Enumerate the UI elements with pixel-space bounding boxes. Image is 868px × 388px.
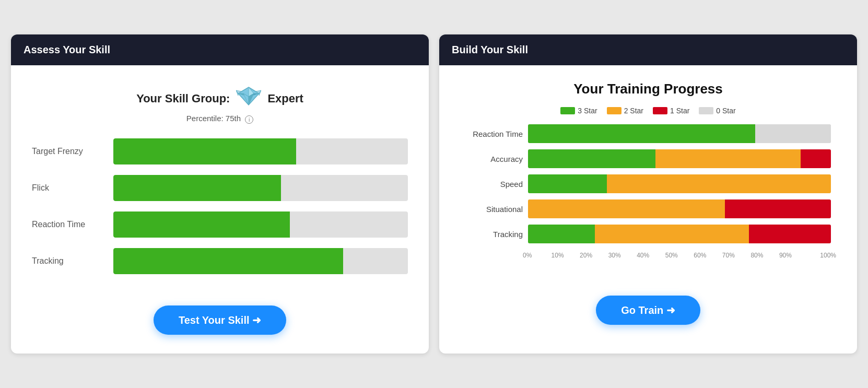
chart-row: Reaction Time <box>465 124 831 143</box>
chart-bar-track <box>528 225 831 243</box>
chart-segment <box>528 225 595 243</box>
skill-row: Tracking <box>32 248 408 274</box>
skill-name: Target Frenzy <box>32 147 105 156</box>
chart-segment <box>801 149 831 168</box>
skill-group-label: Your Skill Group: <box>136 92 230 105</box>
chart-segment <box>528 149 655 168</box>
assess-body: Your Skill Group: <box>11 65 429 353</box>
skill-group-name: Expert <box>267 92 303 105</box>
skill-bar-fill <box>113 138 296 164</box>
chart-row-label: Situational <box>465 205 523 214</box>
assess-header: Assess Your Skill <box>11 34 429 65</box>
skill-bar-fill <box>113 211 290 238</box>
chart-segment <box>528 199 725 218</box>
x-axis-label: 10% <box>552 252 580 259</box>
diamond-icon <box>236 86 261 111</box>
skill-group-row: Your Skill Group: <box>32 86 408 111</box>
skill-bar-track <box>113 211 408 238</box>
x-axis-label: 20% <box>580 252 608 259</box>
chart-row: Tracking <box>465 225 831 243</box>
skill-bar-track <box>113 248 408 274</box>
chart-segment <box>619 225 749 243</box>
chart-bar-track <box>528 124 831 143</box>
x-axis-label: 70% <box>722 252 751 259</box>
assess-header-title: Assess Your Skill <box>24 44 110 55</box>
test-skill-button[interactable]: Test Your Skill ➜ <box>154 305 286 335</box>
x-axis-label: 50% <box>665 252 694 259</box>
skill-row: Flick <box>32 175 408 201</box>
chart-segment <box>528 124 755 143</box>
skill-bar-track <box>113 175 408 201</box>
skill-bar-fill <box>113 175 281 201</box>
x-axis-label: 0% <box>523 252 552 259</box>
skills-list: Target FrenzyFlickReaction TimeTracking <box>32 138 408 285</box>
percentile-text: Percentile: 75th <box>186 114 241 123</box>
x-axis-label: 100% <box>807 252 836 259</box>
legend-color-swatch <box>653 107 667 114</box>
chart-bar-track <box>528 199 831 218</box>
skill-name: Reaction Time <box>32 220 105 229</box>
build-header-title: Build Your Skill <box>452 44 528 55</box>
chart-segment <box>528 174 607 193</box>
chart-bar-track <box>528 149 831 168</box>
chart-row: Speed <box>465 174 831 193</box>
legend-item: 2 Star <box>607 107 643 115</box>
chart-row: Situational <box>465 199 831 218</box>
chart-bar-track <box>528 174 831 193</box>
legend-item: 0 Star <box>699 107 735 115</box>
build-header: Build Your Skill <box>439 34 857 65</box>
chart-row-label: Tracking <box>465 230 523 239</box>
legend-color-swatch <box>607 107 621 114</box>
chart-segment <box>749 225 831 243</box>
chart-row-label: Accuracy <box>465 155 523 163</box>
percentile-row: Percentile: 75th i <box>32 114 408 123</box>
skill-name: Flick <box>32 183 105 193</box>
chart-segment <box>755 124 831 143</box>
legend-label: 1 Star <box>670 107 689 115</box>
build-skill-card: Build Your Skill Your Training Progress … <box>439 34 857 353</box>
chart-row-label: Speed <box>465 180 523 189</box>
x-axis: 0%10%20%30%40%50%60%70%80%90%100% <box>523 252 836 259</box>
legend-label: 3 Star <box>578 107 597 115</box>
x-axis-label: 80% <box>750 252 779 259</box>
x-axis-label: 90% <box>779 252 808 259</box>
x-axis-label: 30% <box>608 252 637 259</box>
assess-skill-card: Assess Your Skill Your Skill Group: <box>11 34 429 353</box>
build-body: Your Training Progress 3 Star2 Star1 Sta… <box>439 65 857 353</box>
x-axis-label: 40% <box>637 252 665 259</box>
skill-row: Target Frenzy <box>32 138 408 164</box>
skill-bar-track <box>113 138 408 164</box>
legend-label: 0 Star <box>716 107 735 115</box>
training-title: Your Training Progress <box>460 81 836 97</box>
legend-color-swatch <box>560 107 575 114</box>
skill-row: Reaction Time <box>32 211 408 238</box>
legend-label: 2 Star <box>624 107 643 115</box>
legend-item: 1 Star <box>653 107 689 115</box>
chart-segment <box>725 199 831 218</box>
chart-row: Accuracy <box>465 149 831 168</box>
legend: 3 Star2 Star1 Star0 Star <box>460 107 836 115</box>
legend-item: 3 Star <box>560 107 597 115</box>
main-container: Assess Your Skill Your Skill Group: <box>11 34 857 353</box>
chart-segment <box>607 174 831 193</box>
x-axis-label: 60% <box>694 252 722 259</box>
skill-bar-fill <box>113 248 343 274</box>
info-icon[interactable]: i <box>245 115 253 124</box>
skill-name: Tracking <box>32 256 105 266</box>
chart-segment <box>595 225 619 243</box>
chart-segment <box>655 149 801 168</box>
go-train-button[interactable]: Go Train ➜ <box>596 296 700 325</box>
chart-area: Reaction TimeAccuracySpeedSituationalTra… <box>460 124 836 250</box>
legend-color-swatch <box>699 107 713 114</box>
chart-row-label: Reaction Time <box>465 130 523 138</box>
